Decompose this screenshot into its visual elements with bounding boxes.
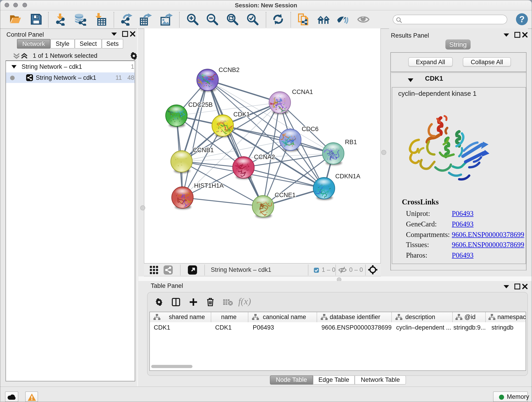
svg-text:CDC25B: CDC25B xyxy=(188,101,213,108)
svg-text:CCNA1: CCNA1 xyxy=(292,89,313,95)
svg-text:CCNA2: CCNA2 xyxy=(254,153,275,160)
svg-text:CDC6: CDC6 xyxy=(302,126,319,133)
svg-text:RB1: RB1 xyxy=(345,139,357,146)
svg-text:?: ? xyxy=(519,14,525,24)
svg-text:CCNB2: CCNB2 xyxy=(219,66,240,73)
svg-text:CCNB1: CCNB1 xyxy=(193,147,214,153)
svg-text:CDKN1A: CDKN1A xyxy=(335,173,360,180)
svg-text:HIST1H1A: HIST1H1A xyxy=(194,182,224,189)
svg-text:CCNE1: CCNE1 xyxy=(275,191,296,198)
svg-text:CDK1: CDK1 xyxy=(234,111,250,118)
